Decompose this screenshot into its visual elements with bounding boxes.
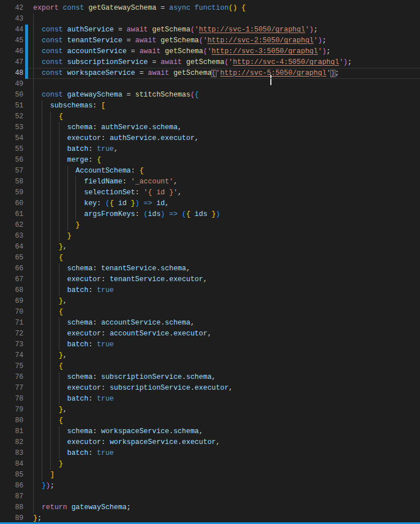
code-line-86[interactable]: 86 }); [0, 481, 420, 491]
line-number[interactable]: 77 [15, 383, 23, 394]
code-line-45[interactable]: 45 const tenantService = await getSchema… [0, 35, 420, 46]
code-line-77[interactable]: 77 executor: subscriptionService.executo… [0, 383, 420, 394]
code-line-51[interactable]: 51 subschemas: [ [0, 101, 420, 111]
line-number[interactable]: 66 [15, 263, 23, 274]
indent-guide [67, 187, 68, 198]
code-line-88[interactable]: 88 return gatewaySchema; [0, 502, 420, 513]
code-line-74[interactable]: 74 }, [0, 350, 420, 361]
code-line-84[interactable]: 84 } [0, 459, 420, 470]
code-line-50[interactable]: 50 const gatewaySchema = stitchSchemas({ [0, 90, 420, 101]
line-number[interactable]: 86 [15, 481, 23, 491]
code-line-87[interactable]: 87 [0, 491, 420, 502]
line-number[interactable]: 56 [15, 155, 23, 166]
code-line-65[interactable]: 65 { [0, 253, 420, 263]
line-number[interactable]: 68 [15, 285, 23, 296]
code-line-54[interactable]: 54 executor: authService.executor, [0, 133, 420, 144]
code-line-78[interactable]: 78 batch: true [0, 394, 420, 405]
line-number[interactable]: 82 [15, 437, 23, 448]
indent-guide [59, 220, 59, 231]
line-number[interactable]: 50 [15, 90, 23, 101]
line-number[interactable]: 85 [15, 470, 23, 481]
code-line-58[interactable]: 58 fieldName: '_account', [0, 177, 420, 187]
line-number[interactable]: 51 [15, 101, 23, 111]
code-line-55[interactable]: 55 batch: true, [0, 144, 420, 155]
indent-guide [42, 253, 42, 263]
line-number[interactable]: 46 [15, 46, 23, 57]
line-number[interactable]: 49 [15, 79, 23, 90]
code-line-44[interactable]: 44 const authService = await getSchema('… [0, 25, 420, 35]
code-line-66[interactable]: 66 schema: tenantService.schema, [0, 263, 420, 274]
line-number[interactable]: 62 [15, 220, 23, 231]
line-number[interactable]: 75 [15, 361, 23, 372]
code-line-68[interactable]: 68 batch: true [0, 285, 420, 296]
line-number[interactable]: 58 [15, 177, 23, 187]
line-number[interactable]: 67 [15, 274, 23, 285]
code-line-42[interactable]: 42export const getGatewaySchema = async … [0, 3, 420, 14]
line-number[interactable]: 76 [15, 372, 23, 383]
code-line-63[interactable]: 63 } [0, 231, 420, 242]
code-line-43[interactable]: 43 [0, 14, 420, 25]
line-number[interactable]: 59 [15, 187, 23, 198]
line-number[interactable]: 61 [15, 209, 23, 220]
line-number[interactable]: 73 [15, 339, 23, 350]
line-number[interactable]: 79 [15, 405, 23, 415]
code-line-52[interactable]: 52 { [0, 111, 420, 122]
code-line-57[interactable]: 57 AccountSchema: { [0, 166, 420, 177]
code-line-80[interactable]: 80 { [0, 415, 420, 426]
code-line-47[interactable]: 47 const subscriptionService = await get… [0, 57, 420, 68]
line-number[interactable]: 81 [15, 426, 23, 437]
code-line-81[interactable]: 81 schema: workspaceService.schema, [0, 426, 420, 437]
line-number[interactable]: 57 [15, 166, 23, 177]
line-number[interactable]: 83 [15, 448, 23, 459]
code-line-82[interactable]: 82 executor: workspaceService.executor, [0, 437, 420, 448]
code-line-62[interactable]: 62 } [0, 220, 420, 231]
line-number[interactable]: 64 [15, 242, 23, 253]
line-number[interactable]: 52 [15, 111, 23, 122]
code-line-48[interactable]: 48 const workspaceService = await getSch… [0, 68, 420, 79]
code-line-53[interactable]: 53 schema: authService.schema, [0, 122, 420, 133]
code-line-79[interactable]: 79 }, [0, 405, 420, 415]
line-number[interactable]: 55 [15, 144, 23, 155]
code-line-64[interactable]: 64 }, [0, 242, 420, 253]
line-number[interactable]: 70 [15, 307, 23, 318]
line-number[interactable]: 53 [15, 122, 23, 133]
code-line-61[interactable]: 61 argsFromKeys: (ids) => ({ ids }) [0, 209, 420, 220]
line-number[interactable]: 47 [15, 57, 23, 68]
code-line-85[interactable]: 85 ] [0, 470, 420, 481]
line-number[interactable]: 80 [15, 415, 23, 426]
code-line-71[interactable]: 71 schema: accountService.schema, [0, 318, 420, 329]
line-number[interactable]: 78 [15, 394, 23, 405]
line-number[interactable]: 43 [15, 14, 23, 25]
code-line-83[interactable]: 83 batch: true [0, 448, 420, 459]
line-number[interactable]: 69 [15, 296, 23, 307]
line-number[interactable]: 84 [15, 459, 23, 470]
line-number[interactable]: 44 [15, 25, 23, 35]
code-line-70[interactable]: 70 { [0, 307, 420, 318]
line-number[interactable]: 65 [15, 253, 23, 263]
code-line-60[interactable]: 60 key: ({ id }) => id, [0, 198, 420, 209]
code-token [84, 4, 88, 12]
line-number[interactable]: 42 [15, 3, 23, 14]
line-number[interactable]: 48 [15, 68, 23, 79]
line-number[interactable]: 45 [15, 35, 23, 46]
indent-guide [33, 405, 34, 415]
code-line-69[interactable]: 69 }, [0, 296, 420, 307]
code-line-46[interactable]: 46 const accountService = await getSchem… [0, 46, 420, 57]
code-line-76[interactable]: 76 schema: subscriptionService.schema, [0, 372, 420, 383]
line-number[interactable]: 63 [15, 231, 23, 242]
code-line-67[interactable]: 67 executor: tenantService.executor, [0, 274, 420, 285]
line-number[interactable]: 87 [15, 491, 23, 502]
code-editor[interactable]: 42export const getGatewaySchema = async … [0, 0, 420, 524]
code-line-75[interactable]: 75 { [0, 361, 420, 372]
code-line-72[interactable]: 72 executor: accountService.executor, [0, 329, 420, 339]
code-line-56[interactable]: 56 merge: { [0, 155, 420, 166]
line-number[interactable]: 71 [15, 318, 23, 329]
line-number[interactable]: 74 [15, 350, 23, 361]
line-number[interactable]: 88 [15, 502, 23, 513]
code-line-73[interactable]: 73 batch: true [0, 339, 420, 350]
line-number[interactable]: 60 [15, 198, 23, 209]
code-line-49[interactable]: 49 [0, 79, 420, 90]
code-line-59[interactable]: 59 selectionSet: '{ id }', [0, 187, 420, 198]
line-number[interactable]: 72 [15, 329, 23, 339]
line-number[interactable]: 54 [15, 133, 23, 144]
